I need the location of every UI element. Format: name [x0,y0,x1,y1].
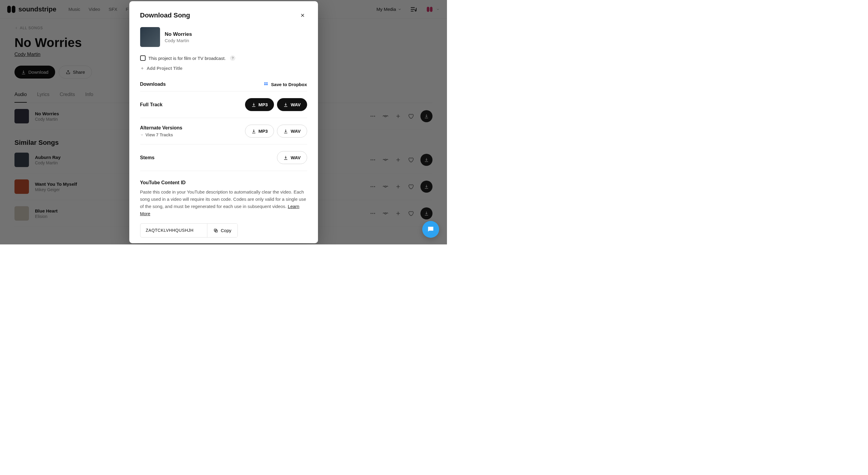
stems-label: Stems [140,155,155,161]
add-project-label: Add Project Title [147,66,183,71]
youtube-heading: YouTube Content ID [140,180,307,185]
download-icon [283,155,288,160]
downloads-heading: Downloads [140,81,166,87]
full-track-label: Full Track [140,102,163,107]
full-track-row: Full Track MP3 WAV [140,92,307,118]
alternate-versions-label: Alternate Versions [140,125,183,131]
stems-row: Stems WAV [140,144,307,171]
film-tv-checkbox[interactable] [140,56,146,61]
download-icon [251,102,256,107]
youtube-content-id-section: YouTube Content ID Paste this code in yo… [140,180,307,238]
add-project-title-button[interactable]: Add Project Title [140,66,307,71]
save-to-dropbox-button[interactable]: Save to Dropbox [264,82,307,87]
alt-mp3-button[interactable]: MP3 [245,125,274,138]
alt-wav-button[interactable]: WAV [277,125,307,138]
stems-wav-button[interactable]: WAV [277,151,307,164]
copy-code-button[interactable]: Copy [207,224,237,237]
close-button[interactable] [298,11,307,20]
youtube-description: Paste this code in your YouTube descript… [140,189,307,217]
youtube-code-row: ZAQTCKLVHHQUSHJH Copy [140,223,238,238]
dropbox-icon [264,82,269,87]
help-icon[interactable]: ? [230,56,236,61]
chevron-down-icon [140,133,144,137]
modal-song-artist: Cody Martin [165,38,192,43]
modal-title: Download Song [140,11,190,19]
full-track-wav-button[interactable]: WAV [277,98,307,111]
download-modal: Download Song No Worries Cody Martin Thi… [129,1,318,243]
view-tracks-toggle[interactable]: View 7 Tracks [140,132,183,137]
close-icon [300,13,305,18]
film-tv-label: This project is for film or TV broadcast… [149,56,226,61]
download-icon [283,102,288,107]
dropbox-label: Save to Dropbox [271,82,307,87]
chat-icon [427,226,435,233]
alternate-versions-row: Alternate Versions View 7 Tracks MP3 WAV [140,118,307,144]
full-track-mp3-button[interactable]: MP3 [245,98,274,111]
chat-widget-button[interactable] [422,221,439,238]
download-icon [283,129,288,134]
copy-icon [213,228,218,233]
song-thumbnail [140,27,160,47]
youtube-code-value: ZAQTCKLVHHQUSHJH [141,224,208,237]
download-icon [251,129,256,134]
modal-song-title: No Worries [165,31,192,37]
plus-icon [140,66,144,70]
